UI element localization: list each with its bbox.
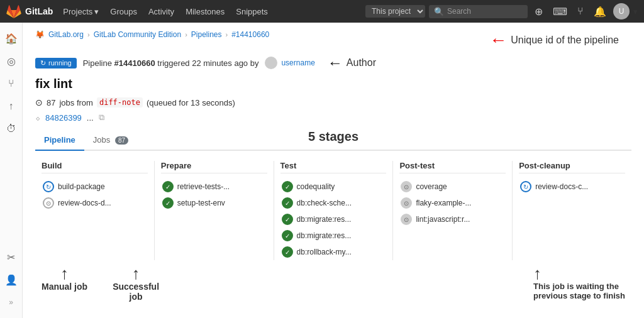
project-select[interactable]: This project <box>365 5 425 18</box>
stage-post-cleanup: Post-cleanup ↻ review-docs-c... <box>513 161 631 260</box>
job-icon-success-3: ✓ <box>282 181 293 192</box>
job-review-docs-cleanup[interactable]: ↻ review-docs-c... <box>519 178 625 195</box>
author-arrow: ← <box>328 54 343 72</box>
jobs-info: ⊙ 87 jobs from diff-note (queued for 13 … <box>35 97 631 107</box>
job-lint-javascript[interactable]: ⊙ lint:javascript:r... <box>399 211 506 228</box>
breadcrumb-pipelines[interactable]: Pipelines <box>191 30 222 39</box>
page-title: fix lint <box>35 77 631 91</box>
nav-projects[interactable]: Projects ▾ <box>58 4 104 19</box>
fork-icon[interactable]: ⑂ <box>574 4 587 18</box>
breadcrumb-sep-1: › <box>87 31 90 38</box>
job-coverage[interactable]: ⊙ coverage <box>399 178 506 195</box>
stage-build-header: Build <box>42 161 148 173</box>
job-retrieve-tests[interactable]: ✓ retrieve-tests-... <box>161 178 267 195</box>
job-icon-pending-1: ⊙ <box>401 181 412 192</box>
stage-prepare: Prepare ✓ retrieve-tests-... ✓ setup-tes… <box>155 161 274 260</box>
commit-row: ⬦ 84826399 ... ⧉ <box>35 112 631 123</box>
pipeline-stages-wrapper: 5 stages Build ↻ build-package ⊙ review-… <box>35 161 631 302</box>
job-icon-manual: ⊙ <box>43 197 54 209</box>
job-icon-pending-2: ⊙ <box>401 197 412 209</box>
breadcrumb-sep-3: › <box>226 31 228 38</box>
bottom-annotations: ↑ Manual job ↑ Successful job ↑ This job… <box>35 260 631 302</box>
main-nav: Projects ▾ Groups Activity Milestones Sn… <box>58 4 273 19</box>
manual-job-annotation: ↑ Manual job <box>42 265 87 302</box>
copy-icon[interactable]: ⧉ <box>99 112 104 123</box>
author-annotation: ← Author <box>328 54 376 72</box>
waiting-job-annotation: ↑ This job is waiting the previous stage… <box>533 265 625 302</box>
job-icon-success-2: ✓ <box>162 197 174 209</box>
job-review-docs[interactable]: ⊙ review-docs-d... <box>42 195 148 211</box>
job-icon-success-7: ✓ <box>282 246 293 258</box>
stage-prepare-header: Prepare <box>161 161 267 173</box>
job-flaky-example[interactable]: ⊙ flaky-example-... <box>399 195 506 211</box>
sidebar-collapse[interactable]: » <box>2 293 21 312</box>
git-commit-icon: ⬦ <box>35 112 40 123</box>
nav-activity[interactable]: Activity <box>143 4 179 19</box>
search-input[interactable] <box>447 7 523 16</box>
tab-pipeline[interactable]: Pipeline <box>35 130 84 151</box>
author-name: username <box>281 58 314 67</box>
sidebar-home[interactable]: 🏠 <box>2 29 21 48</box>
nav-milestones[interactable]: Milestones <box>180 4 230 19</box>
sidebar-issues[interactable]: ◎ <box>2 52 21 70</box>
tab-jobs[interactable]: Jobs 87 <box>84 130 137 151</box>
pipeline-status-row: ↻ running Pipeline #14410660 triggered 2… <box>35 54 631 72</box>
nav-snippets[interactable]: Snippets <box>231 4 273 19</box>
author-avatar <box>265 57 277 69</box>
sidebar-scissors[interactable]: ✂ <box>2 248 21 266</box>
breadcrumb-pipeline-id[interactable]: #14410660 <box>231 30 269 39</box>
job-db-migrate-2[interactable]: ✓ db:migrate:res... <box>280 228 387 244</box>
stage-post-cleanup-header: Post-cleanup <box>519 161 625 173</box>
top-navbar: GitLab Projects ▾ Groups Activity Milest… <box>0 0 644 23</box>
up-arrow-manual: ↑ <box>60 265 69 282</box>
commit-ellipsis: ... <box>87 113 94 123</box>
stage-post-test-header: Post-test <box>399 161 506 173</box>
nav-groups[interactable]: Groups <box>105 4 142 19</box>
search-container: 🔍 <box>429 5 528 18</box>
plus-icon[interactable]: ⊕ <box>531 4 546 19</box>
job-icon-success-6: ✓ <box>282 230 293 241</box>
pipeline-status-text: Pipeline #14410660 triggered 22 minutes … <box>83 58 259 68</box>
job-icon-running-2: ↻ <box>520 181 531 192</box>
breadcrumb-gitlab-org[interactable]: GitLab.org <box>48 30 84 39</box>
job-db-check[interactable]: ✓ db:check-sche... <box>280 195 387 211</box>
breadcrumb-ce[interactable]: GitLab Community Edition <box>94 30 181 39</box>
job-db-rollback[interactable]: ✓ db:rollback-my... <box>280 244 387 260</box>
sidebar-pipelines[interactable]: ⏱ <box>2 119 21 138</box>
job-icon-success-1: ✓ <box>162 181 174 192</box>
brand-logo[interactable]: GitLab <box>6 4 53 19</box>
job-icon-success-4: ✓ <box>282 197 293 209</box>
job-codequality[interactable]: ✓ codequality <box>280 178 387 195</box>
author-annotation-text: Author <box>347 57 376 69</box>
job-db-migrate-1[interactable]: ✓ db:migrate:res... <box>280 211 387 228</box>
brand-text: GitLab <box>25 6 53 16</box>
stage-build: Build ↻ build-package ⊙ review-docs-d... <box>35 161 155 260</box>
commit-hash[interactable]: 84826399 <box>45 113 82 123</box>
sidebar-user[interactable]: 👤 <box>2 270 21 289</box>
jobs-label: jobs from <box>59 98 92 107</box>
manual-job-label: Manual job <box>42 282 87 292</box>
stage-test: Test ✓ codequality ✓ db:check-sche... ✓ … <box>274 161 394 260</box>
status-badge-running: ↻ running <box>35 58 77 69</box>
keyboard-icon[interactable]: ⌨ <box>550 4 570 19</box>
breadcrumb-fox-icon: 🦊 <box>35 30 45 39</box>
running-icon: ↻ <box>40 59 46 67</box>
job-setup-test-env[interactable]: ✓ setup-test-env <box>161 195 267 211</box>
stages-container: Build ↻ build-package ⊙ review-docs-d...… <box>35 161 631 260</box>
stage-post-test: Post-test ⊙ coverage ⊙ flaky-example-...… <box>393 161 513 260</box>
successful-job-annotation: ↑ Successful job <box>113 265 159 302</box>
sidebar-bottom: ✂ 👤 » <box>2 248 21 318</box>
main-content: 🦊 GitLab.org › GitLab Community Edition … <box>23 23 644 318</box>
sidebar-merge-requests[interactable]: ⑂ <box>2 74 21 93</box>
tabs-row: Pipeline Jobs 87 <box>35 130 631 151</box>
bell-icon[interactable]: 🔔 <box>591 4 609 19</box>
sidebar-commits[interactable]: ↑ <box>2 97 21 116</box>
user-dropdown-icon[interactable]: ▾ <box>633 7 638 16</box>
up-arrow-waiting: ↑ <box>533 265 541 282</box>
pipeline-id-annotation-text: Unique id of the pipeline <box>511 35 619 46</box>
job-icon-pending-3: ⊙ <box>401 214 412 225</box>
clock-icon: ⊙ <box>35 97 43 107</box>
up-arrow-success: ↑ <box>132 265 140 282</box>
avatar[interactable]: U <box>613 3 630 19</box>
job-build-package[interactable]: ↻ build-package <box>42 178 148 195</box>
